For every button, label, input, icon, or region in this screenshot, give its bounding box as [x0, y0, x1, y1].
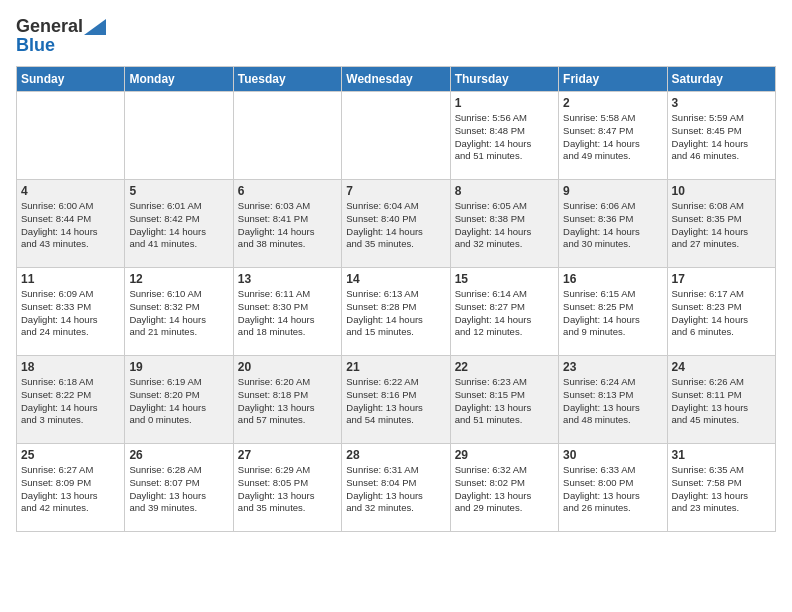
calendar-cell — [17, 92, 125, 180]
day-detail: Sunrise: 6:05 AM Sunset: 8:38 PM Dayligh… — [455, 200, 554, 251]
day-number: 29 — [455, 448, 554, 462]
day-number: 16 — [563, 272, 662, 286]
weekday-header: Monday — [125, 67, 233, 92]
calendar-week-row: 4Sunrise: 6:00 AM Sunset: 8:44 PM Daylig… — [17, 180, 776, 268]
logo-icon — [84, 19, 106, 35]
weekday-header: Saturday — [667, 67, 775, 92]
weekday-header: Thursday — [450, 67, 558, 92]
calendar-cell: 24Sunrise: 6:26 AM Sunset: 8:11 PM Dayli… — [667, 356, 775, 444]
day-detail: Sunrise: 6:24 AM Sunset: 8:13 PM Dayligh… — [563, 376, 662, 427]
day-detail: Sunrise: 6:18 AM Sunset: 8:22 PM Dayligh… — [21, 376, 120, 427]
day-number: 19 — [129, 360, 228, 374]
day-detail: Sunrise: 6:26 AM Sunset: 8:11 PM Dayligh… — [672, 376, 771, 427]
day-number: 7 — [346, 184, 445, 198]
calendar-week-row: 1Sunrise: 5:56 AM Sunset: 8:48 PM Daylig… — [17, 92, 776, 180]
calendar-cell: 26Sunrise: 6:28 AM Sunset: 8:07 PM Dayli… — [125, 444, 233, 532]
day-detail: Sunrise: 6:35 AM Sunset: 7:58 PM Dayligh… — [672, 464, 771, 515]
day-detail: Sunrise: 5:58 AM Sunset: 8:47 PM Dayligh… — [563, 112, 662, 163]
day-number: 1 — [455, 96, 554, 110]
day-detail: Sunrise: 6:14 AM Sunset: 8:27 PM Dayligh… — [455, 288, 554, 339]
weekday-header: Wednesday — [342, 67, 450, 92]
day-number: 30 — [563, 448, 662, 462]
day-number: 20 — [238, 360, 337, 374]
day-detail: Sunrise: 6:33 AM Sunset: 8:00 PM Dayligh… — [563, 464, 662, 515]
calendar-cell: 17Sunrise: 6:17 AM Sunset: 8:23 PM Dayli… — [667, 268, 775, 356]
day-number: 6 — [238, 184, 337, 198]
svg-marker-0 — [84, 19, 106, 35]
day-number: 13 — [238, 272, 337, 286]
day-number: 9 — [563, 184, 662, 198]
day-number: 10 — [672, 184, 771, 198]
day-detail: Sunrise: 6:22 AM Sunset: 8:16 PM Dayligh… — [346, 376, 445, 427]
calendar-body: 1Sunrise: 5:56 AM Sunset: 8:48 PM Daylig… — [17, 92, 776, 532]
day-number: 3 — [672, 96, 771, 110]
day-detail: Sunrise: 6:17 AM Sunset: 8:23 PM Dayligh… — [672, 288, 771, 339]
calendar-cell: 27Sunrise: 6:29 AM Sunset: 8:05 PM Dayli… — [233, 444, 341, 532]
calendar-cell: 20Sunrise: 6:20 AM Sunset: 8:18 PM Dayli… — [233, 356, 341, 444]
day-detail: Sunrise: 6:08 AM Sunset: 8:35 PM Dayligh… — [672, 200, 771, 251]
calendar-cell: 10Sunrise: 6:08 AM Sunset: 8:35 PM Dayli… — [667, 180, 775, 268]
day-detail: Sunrise: 6:10 AM Sunset: 8:32 PM Dayligh… — [129, 288, 228, 339]
calendar-cell: 13Sunrise: 6:11 AM Sunset: 8:30 PM Dayli… — [233, 268, 341, 356]
calendar: SundayMondayTuesdayWednesdayThursdayFrid… — [16, 66, 776, 532]
day-detail: Sunrise: 6:03 AM Sunset: 8:41 PM Dayligh… — [238, 200, 337, 251]
day-detail: Sunrise: 6:06 AM Sunset: 8:36 PM Dayligh… — [563, 200, 662, 251]
day-number: 24 — [672, 360, 771, 374]
day-number: 27 — [238, 448, 337, 462]
day-number: 15 — [455, 272, 554, 286]
day-number: 2 — [563, 96, 662, 110]
day-detail: Sunrise: 6:20 AM Sunset: 8:18 PM Dayligh… — [238, 376, 337, 427]
calendar-cell: 16Sunrise: 6:15 AM Sunset: 8:25 PM Dayli… — [559, 268, 667, 356]
day-number: 25 — [21, 448, 120, 462]
day-detail: Sunrise: 6:11 AM Sunset: 8:30 PM Dayligh… — [238, 288, 337, 339]
calendar-header: SundayMondayTuesdayWednesdayThursdayFrid… — [17, 67, 776, 92]
day-detail: Sunrise: 6:00 AM Sunset: 8:44 PM Dayligh… — [21, 200, 120, 251]
calendar-cell: 3Sunrise: 5:59 AM Sunset: 8:45 PM Daylig… — [667, 92, 775, 180]
page: General Blue SundayMondayTuesdayWednesda… — [0, 0, 792, 542]
day-detail: Sunrise: 6:23 AM Sunset: 8:15 PM Dayligh… — [455, 376, 554, 427]
calendar-cell: 19Sunrise: 6:19 AM Sunset: 8:20 PM Dayli… — [125, 356, 233, 444]
calendar-cell: 12Sunrise: 6:10 AM Sunset: 8:32 PM Dayli… — [125, 268, 233, 356]
day-detail: Sunrise: 6:15 AM Sunset: 8:25 PM Dayligh… — [563, 288, 662, 339]
day-detail: Sunrise: 6:19 AM Sunset: 8:20 PM Dayligh… — [129, 376, 228, 427]
calendar-week-row: 18Sunrise: 6:18 AM Sunset: 8:22 PM Dayli… — [17, 356, 776, 444]
calendar-cell: 28Sunrise: 6:31 AM Sunset: 8:04 PM Dayli… — [342, 444, 450, 532]
day-number: 21 — [346, 360, 445, 374]
logo-general-text: General — [16, 16, 83, 37]
calendar-cell — [342, 92, 450, 180]
day-number: 8 — [455, 184, 554, 198]
day-number: 5 — [129, 184, 228, 198]
calendar-cell — [125, 92, 233, 180]
day-detail: Sunrise: 6:09 AM Sunset: 8:33 PM Dayligh… — [21, 288, 120, 339]
calendar-cell: 29Sunrise: 6:32 AM Sunset: 8:02 PM Dayli… — [450, 444, 558, 532]
day-detail: Sunrise: 5:56 AM Sunset: 8:48 PM Dayligh… — [455, 112, 554, 163]
day-number: 18 — [21, 360, 120, 374]
calendar-cell: 15Sunrise: 6:14 AM Sunset: 8:27 PM Dayli… — [450, 268, 558, 356]
calendar-cell: 18Sunrise: 6:18 AM Sunset: 8:22 PM Dayli… — [17, 356, 125, 444]
logo: General Blue — [16, 16, 106, 56]
calendar-cell: 11Sunrise: 6:09 AM Sunset: 8:33 PM Dayli… — [17, 268, 125, 356]
weekday-header: Sunday — [17, 67, 125, 92]
day-number: 17 — [672, 272, 771, 286]
day-number: 4 — [21, 184, 120, 198]
day-detail: Sunrise: 6:31 AM Sunset: 8:04 PM Dayligh… — [346, 464, 445, 515]
day-detail: Sunrise: 6:01 AM Sunset: 8:42 PM Dayligh… — [129, 200, 228, 251]
calendar-cell: 25Sunrise: 6:27 AM Sunset: 8:09 PM Dayli… — [17, 444, 125, 532]
day-number: 12 — [129, 272, 228, 286]
day-number: 22 — [455, 360, 554, 374]
calendar-cell: 7Sunrise: 6:04 AM Sunset: 8:40 PM Daylig… — [342, 180, 450, 268]
calendar-cell: 31Sunrise: 6:35 AM Sunset: 7:58 PM Dayli… — [667, 444, 775, 532]
calendar-week-row: 25Sunrise: 6:27 AM Sunset: 8:09 PM Dayli… — [17, 444, 776, 532]
calendar-cell: 8Sunrise: 6:05 AM Sunset: 8:38 PM Daylig… — [450, 180, 558, 268]
day-detail: Sunrise: 6:29 AM Sunset: 8:05 PM Dayligh… — [238, 464, 337, 515]
weekday-row: SundayMondayTuesdayWednesdayThursdayFrid… — [17, 67, 776, 92]
day-number: 31 — [672, 448, 771, 462]
calendar-cell: 22Sunrise: 6:23 AM Sunset: 8:15 PM Dayli… — [450, 356, 558, 444]
day-number: 11 — [21, 272, 120, 286]
calendar-week-row: 11Sunrise: 6:09 AM Sunset: 8:33 PM Dayli… — [17, 268, 776, 356]
weekday-header: Friday — [559, 67, 667, 92]
calendar-cell: 23Sunrise: 6:24 AM Sunset: 8:13 PM Dayli… — [559, 356, 667, 444]
day-number: 26 — [129, 448, 228, 462]
day-detail: Sunrise: 6:13 AM Sunset: 8:28 PM Dayligh… — [346, 288, 445, 339]
day-detail: Sunrise: 6:04 AM Sunset: 8:40 PM Dayligh… — [346, 200, 445, 251]
